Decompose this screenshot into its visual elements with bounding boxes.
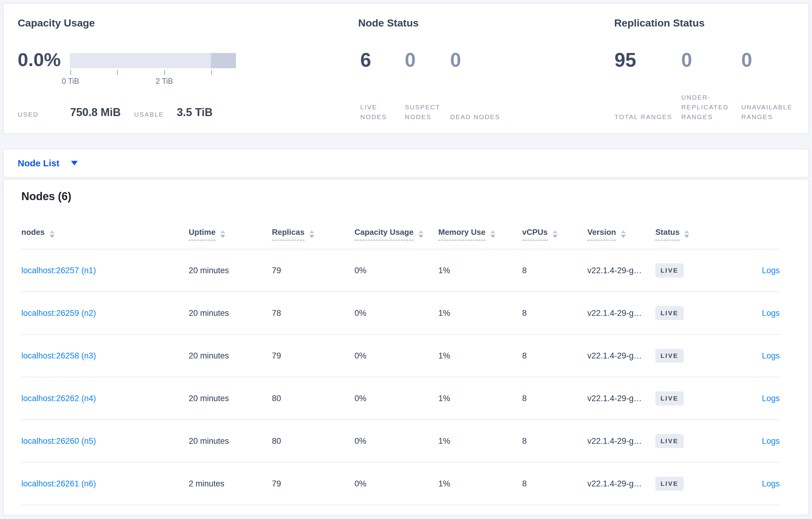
sort-icon[interactable] (553, 230, 557, 238)
column-header-capacity-usage[interactable]: Capacity Usage (354, 219, 438, 249)
version-cell: v22.1.4-29-g… (587, 420, 655, 462)
node-link[interactable]: localhost:26258 (n3) (21, 351, 96, 360)
vcpus-cell: 8 (522, 249, 587, 292)
logs-link[interactable]: Logs (762, 309, 780, 318)
version-cell: v22.1.4-29-g… (587, 377, 655, 420)
capacity-usage-section: Capacity Usage 0.0% 0 TiB 2 TiB USED 750… (18, 4, 262, 133)
replication-status-title: Replication Status (614, 17, 705, 29)
uptime-cell: 20 minutes (189, 334, 272, 377)
table-row: localhost:26262 (n4) 20 minutes 80 0% 1%… (21, 377, 780, 420)
column-header-nodes[interactable]: nodes (21, 219, 189, 249)
capacity-bar-track (70, 53, 236, 68)
sort-icon[interactable] (221, 230, 225, 238)
view-selector-bar: Node List (3, 149, 809, 178)
usable-label: USABLE (134, 111, 164, 118)
uptime-cell: 20 minutes (189, 377, 272, 420)
under-replicated-ranges-value: 0 (681, 49, 741, 71)
capacity-used-percent: 0.0% (18, 49, 70, 70)
column-header-vcpus[interactable]: vCPUs (522, 219, 587, 249)
uptime-cell: 2 minutes (189, 462, 272, 505)
vcpus-cell: 8 (522, 334, 587, 377)
node-list-dropdown[interactable]: Node List (18, 158, 78, 169)
uptime-cell: 20 minutes (189, 249, 272, 292)
chevron-down-icon (71, 161, 78, 165)
column-header-uptime[interactable]: Uptime (189, 219, 272, 249)
logs-link[interactable]: Logs (762, 394, 780, 403)
replicas-cell: 79 (272, 462, 354, 505)
under-replicated-ranges-stat: 0 UNDER-REPLICATED RANGES (681, 49, 741, 122)
capacity-cell: 0% (354, 334, 438, 377)
replication-status-section: Replication Status 95 TOTAL RANGES 0 UND… (614, 4, 809, 133)
column-header-replicas[interactable]: Replicas (272, 219, 354, 249)
column-header-memory-use[interactable]: Memory Use (438, 219, 522, 249)
table-row: localhost:26259 (n2) 20 minutes 78 0% 1%… (21, 292, 780, 334)
logs-link[interactable]: Logs (762, 351, 780, 360)
live-nodes-stat: 6 LIVE NODES (360, 49, 405, 122)
status-cell: LIVE (655, 420, 726, 462)
node-link[interactable]: localhost:26257 (n1) (21, 266, 96, 275)
axis-tick (117, 70, 118, 75)
status-cell: LIVE (655, 292, 726, 334)
suspect-nodes-stat: 0 SUSPECT NODES (405, 49, 450, 122)
replicas-cell: 80 (272, 420, 354, 462)
node-list-dropdown-label: Node List (18, 158, 59, 169)
status-badge: LIVE (655, 264, 684, 277)
replicas-cell: 79 (272, 334, 354, 377)
dead-nodes-label: DEAD NODES (450, 112, 505, 122)
sort-icon[interactable] (309, 230, 314, 238)
table-row: localhost:26261 (n6) 2 minutes 79 0% 1% … (21, 462, 780, 505)
used-value: 750.8 MiB (70, 106, 121, 119)
node-link[interactable]: localhost:26262 (n4) (21, 394, 96, 403)
status-cell: LIVE (655, 249, 726, 292)
uptime-cell: 20 minutes (189, 292, 272, 334)
capacity-cell: 0% (354, 462, 438, 505)
capacity-bar: 0 TiB 2 TiB (70, 53, 236, 68)
node-link[interactable]: localhost:26260 (n5) (21, 436, 96, 446)
logs-link[interactable]: Logs (762, 436, 780, 446)
logs-link[interactable]: Logs (762, 479, 780, 488)
logs-link[interactable]: Logs (762, 266, 780, 275)
nodes-panel: Nodes (6) nodes Uptime Replicas (3, 179, 809, 515)
column-header-status[interactable]: Status (655, 219, 726, 249)
vcpus-cell: 8 (522, 462, 587, 505)
unavailable-ranges-label: UNAVAILABLE RANGES (741, 102, 810, 122)
total-ranges-value: 95 (614, 49, 681, 71)
memory-cell: 1% (438, 420, 522, 462)
column-header-version[interactable]: Version (587, 219, 655, 249)
node-link[interactable]: localhost:26261 (n6) (21, 479, 96, 488)
vcpus-cell: 8 (522, 420, 587, 462)
status-cell: LIVE (655, 334, 726, 377)
replication-status-stats: 95 TOTAL RANGES 0 UNDER-REPLICATED RANGE… (614, 49, 810, 122)
dead-nodes-value: 0 (450, 49, 505, 71)
node-link[interactable]: localhost:26259 (n2) (21, 309, 96, 318)
axis-tick (164, 70, 165, 75)
version-cell: v22.1.4-29-g… (587, 292, 655, 334)
table-header-row: nodes Uptime Replicas Capacity Usage Mem… (21, 219, 780, 249)
nodes-heading: Nodes (6) (21, 190, 779, 203)
live-nodes-label: LIVE NODES (360, 102, 405, 122)
axis-tick-label: 0 TiB (52, 77, 89, 86)
sort-icon[interactable] (50, 230, 55, 238)
nodes-table: nodes Uptime Replicas Capacity Usage Mem… (21, 219, 780, 505)
sort-icon[interactable] (621, 230, 626, 238)
axis-tick (70, 70, 71, 75)
dead-nodes-stat: 0 DEAD NODES (450, 49, 505, 122)
node-status-section: Node Status 6 LIVE NODES 0 SUSPECT NODES… (358, 4, 584, 133)
capacity-bar-end-segment (211, 53, 236, 68)
memory-cell: 1% (438, 292, 522, 334)
memory-cell: 1% (438, 462, 522, 505)
sort-icon[interactable] (684, 230, 689, 238)
sort-icon[interactable] (490, 230, 495, 238)
unavailable-ranges-value: 0 (741, 49, 810, 71)
version-cell: v22.1.4-29-g… (587, 249, 655, 292)
cluster-summary-card: Capacity Usage 0.0% 0 TiB 2 TiB USED 750… (3, 3, 809, 134)
under-replicated-ranges-label: UNDER-REPLICATED RANGES (681, 93, 741, 122)
status-badge: LIVE (655, 306, 684, 320)
capacity-used-usable: USED 750.8 MiB USABLE 3.5 TiB (18, 106, 231, 121)
uptime-cell: 20 minutes (189, 420, 272, 462)
version-cell: v22.1.4-29-g… (587, 334, 655, 377)
sort-icon[interactable] (418, 230, 424, 238)
memory-cell: 1% (438, 377, 522, 420)
status-badge: LIVE (655, 391, 684, 405)
axis-tick (211, 70, 212, 75)
